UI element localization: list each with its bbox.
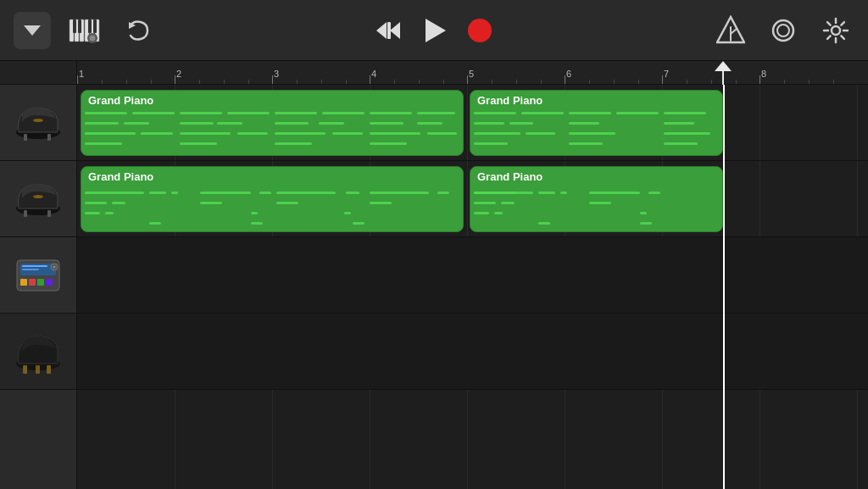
- track-thumb-3[interactable]: [0, 237, 76, 314]
- note-line: [417, 122, 442, 125]
- ruler-mark-7: 7: [664, 69, 669, 79]
- piano-thumb-4: [12, 328, 64, 375]
- note-line: [501, 202, 515, 204]
- note-line: [251, 222, 263, 225]
- note-line: [180, 112, 222, 114]
- gear-icon: [821, 16, 850, 45]
- block-title-2a: Grand Piano: [81, 167, 463, 185]
- note-line: [85, 202, 107, 204]
- metronome-icon: [716, 15, 745, 46]
- note-line: [85, 192, 144, 194]
- note-line: [346, 192, 359, 194]
- piano-keys-icon: [69, 16, 101, 45]
- drum-machine-thumb: [14, 255, 63, 296]
- note-line: [180, 132, 231, 135]
- svg-point-23: [777, 25, 789, 36]
- svg-rect-39: [47, 210, 51, 217]
- svg-rect-8: [78, 19, 81, 33]
- midi-block-1b[interactable]: Grand Piano: [470, 90, 723, 156]
- note-line: [171, 192, 178, 194]
- minor-tick: [589, 80, 590, 84]
- note-line: [85, 122, 119, 125]
- piano-thumb-2: [12, 180, 64, 219]
- play-icon: [417, 14, 451, 47]
- piano-thumb-1: [12, 103, 64, 142]
- note-line: [85, 112, 127, 114]
- note-line: [132, 112, 175, 114]
- rewind-icon: [373, 15, 403, 46]
- note-line: [521, 112, 564, 114]
- track-thumb-4[interactable]: [0, 314, 76, 390]
- midi-block-2a[interactable]: Grand Piano: [81, 166, 464, 232]
- tick-5: [467, 75, 468, 84]
- svg-rect-45: [20, 279, 27, 286]
- track-thumb-1[interactable]: [0, 85, 76, 161]
- svg-rect-43: [22, 265, 47, 267]
- note-line: [275, 142, 312, 145]
- note-line: [319, 122, 344, 125]
- svg-line-29: [827, 22, 831, 25]
- track-row-4: [77, 314, 868, 390]
- minor-tick: [248, 80, 249, 84]
- note-line: [370, 142, 407, 145]
- minor-tick: [638, 80, 639, 84]
- play-button[interactable]: [415, 12, 453, 49]
- toolbar-center: [370, 12, 498, 49]
- minor-tick: [151, 80, 152, 84]
- minor-tick: [736, 80, 737, 84]
- minor-tick: [346, 80, 347, 84]
- svg-rect-7: [73, 19, 76, 33]
- minor-tick: [321, 80, 322, 84]
- note-line: [569, 112, 611, 114]
- track-thumb-2[interactable]: [0, 161, 76, 237]
- block-notes-2b: [470, 185, 722, 231]
- undo-button[interactable]: [119, 12, 156, 49]
- track-area: 1 2 3 4 5 6 7 8: [77, 61, 868, 489]
- tick-3: [272, 75, 273, 84]
- note-line: [474, 122, 504, 125]
- note-line: [474, 132, 520, 135]
- midi-block-1a[interactable]: Grand Piano: [81, 90, 464, 156]
- note-line: [112, 202, 125, 204]
- note-line: [200, 192, 251, 194]
- svg-point-22: [773, 20, 793, 41]
- ruler-mark-5: 5: [469, 69, 474, 79]
- note-line: [538, 192, 555, 194]
- metronome-button[interactable]: [712, 12, 749, 49]
- minor-tick: [394, 80, 395, 84]
- svg-point-50: [53, 265, 56, 268]
- note-line: [149, 192, 166, 194]
- note-line: [494, 212, 503, 214]
- loop-button[interactable]: [765, 12, 802, 49]
- note-line: [417, 112, 455, 114]
- loop-icon: [769, 16, 798, 45]
- midi-block-2b[interactable]: Grand Piano: [470, 166, 723, 232]
- ruler-mark-3: 3: [274, 69, 279, 79]
- svg-rect-48: [46, 279, 53, 286]
- note-line: [589, 202, 611, 204]
- svg-line-30: [841, 36, 844, 39]
- timeline-ruler: 1 2 3 4 5 6 7 8: [77, 61, 868, 85]
- note-line: [370, 112, 412, 114]
- note-line: [200, 202, 222, 204]
- toolbar-right: [712, 12, 854, 49]
- settings-button[interactable]: [817, 12, 854, 49]
- note-line: [353, 222, 364, 225]
- svg-point-12: [90, 35, 96, 41]
- note-line: [275, 112, 317, 114]
- rewind-button[interactable]: [370, 12, 407, 49]
- note-line: [474, 142, 508, 145]
- minor-tick: [224, 80, 225, 84]
- note-line: [276, 192, 336, 194]
- block-title-1b: Grand Piano: [470, 91, 722, 108]
- note-line: [180, 122, 214, 125]
- note-line: [275, 122, 309, 125]
- minor-tick: [102, 80, 103, 84]
- ruler-content: 1 2 3 4 5 6 7 8: [77, 61, 868, 84]
- svg-marker-14: [376, 22, 387, 39]
- record-button[interactable]: [461, 12, 498, 49]
- piano-keys-button[interactable]: [66, 12, 103, 49]
- ruler-mark-1: 1: [79, 69, 84, 79]
- block-notes-1b: [470, 108, 722, 154]
- menu-button[interactable]: [14, 12, 51, 49]
